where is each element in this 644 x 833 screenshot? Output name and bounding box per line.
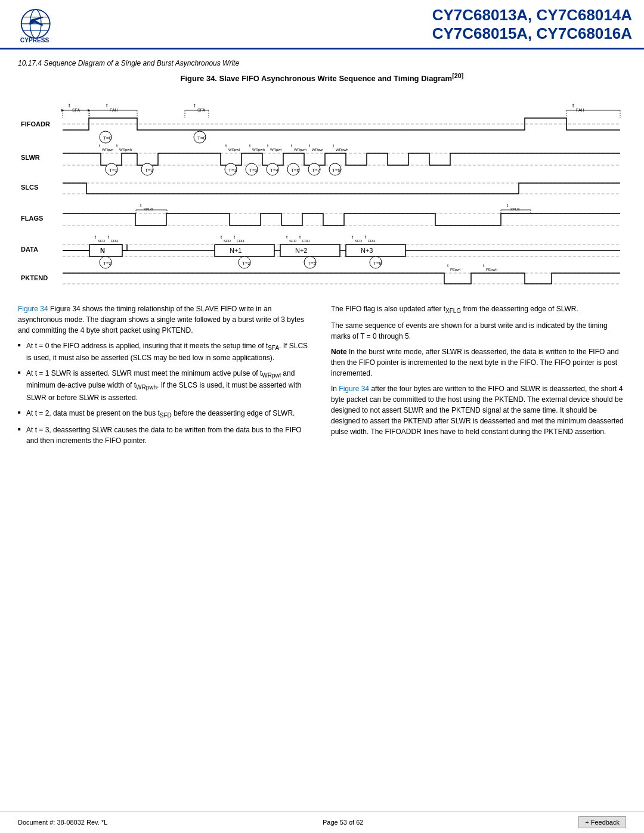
svg-text:SFD: SFD — [224, 239, 231, 243]
svg-text:PEpwh: PEpwh — [486, 268, 497, 271]
svg-text:T=4: T=4 — [270, 168, 279, 173]
svg-text:T=1: T=1 — [109, 168, 118, 173]
svg-text:N+1: N+1 — [230, 247, 242, 254]
svg-text:FDH: FDH — [302, 239, 309, 243]
svg-text:FAH: FAH — [110, 107, 118, 112]
svg-text:T=0: T=0 — [197, 135, 206, 141]
logo-area: CYPRESS P E R F O R M — [12, 8, 89, 46]
svg-text:FDH: FDH — [237, 239, 244, 243]
svg-text:FDH: FDH — [368, 239, 375, 243]
feedback-button[interactable]: + Feedback — [578, 816, 626, 828]
right-para-2: The same sequence of events are shown fo… — [331, 320, 626, 342]
svg-text:SFA: SFA — [197, 107, 206, 112]
timing-diagram: FIFOADR SLWR SLCS FLAGS DATA PKTEND — [18, 89, 626, 294]
svg-text:WRpwh: WRpwh — [336, 148, 348, 151]
cypress-logo: CYPRESS P E R F O R M — [12, 8, 83, 44]
svg-text:WRpwh: WRpwh — [252, 148, 265, 151]
svg-text:N+2: N+2 — [295, 247, 308, 254]
svg-text:SLWR: SLWR — [21, 154, 40, 161]
svg-text:SLCS: SLCS — [21, 184, 38, 191]
header-title-line2: CY7C68015A, CY7C68016A — [89, 24, 632, 43]
header-title-line1: CY7C68013A, CY7C68014A — [89, 6, 632, 24]
doc-number: Document #: 38-08032 Rev. *L — [18, 819, 107, 826]
svg-text:T=9: T=9 — [332, 168, 341, 173]
figure-title: Figure 34. Slave FIFO Asynchronous Write… — [18, 72, 626, 83]
svg-text:SFD: SFD — [289, 239, 297, 243]
figure34-link-intro[interactable]: Figure 34 — [18, 305, 48, 313]
svg-text:WRpwl: WRpwl — [270, 148, 281, 151]
page-number: Page 53 of 62 — [323, 819, 364, 826]
bullet-item-3: At t = 2, data must be present on the bu… — [18, 408, 313, 420]
svg-text:WRpwh: WRpwh — [119, 148, 132, 151]
svg-text:N: N — [100, 247, 105, 254]
bullet-item-1: At t = 0 the FIFO address is applied, in… — [18, 340, 313, 363]
svg-text:SFD: SFD — [355, 239, 363, 243]
bullet-list: At t = 0 the FIFO address is applied, in… — [18, 340, 313, 447]
text-columns: Figure 34 Figure 34 shows the timing rel… — [18, 304, 626, 451]
page-header: CYPRESS P E R F O R M CY7C68013A, CY7C68… — [0, 0, 644, 49]
svg-text:SFA: SFA — [72, 107, 80, 112]
svg-text:XFLG: XFLG — [510, 208, 520, 211]
svg-text:FLAGS: FLAGS — [21, 215, 43, 222]
svg-text:FDH: FDH — [111, 239, 118, 243]
column-left: Figure 34 Figure 34 shows the timing rel… — [18, 304, 313, 451]
svg-text:WRpwl: WRpwl — [312, 148, 323, 151]
svg-text:T=3: T=3 — [145, 168, 154, 173]
svg-text:N+3: N+3 — [361, 247, 373, 254]
svg-text:P E R F O R M: P E R F O R M — [24, 44, 54, 44]
svg-text:DATA: DATA — [21, 246, 38, 253]
svg-text:PEpwl: PEpwl — [450, 268, 460, 271]
svg-text:WRpwl: WRpwl — [228, 148, 240, 151]
svg-text:T=2: T=2 — [103, 261, 112, 266]
svg-text:CYPRESS: CYPRESS — [20, 37, 49, 44]
svg-text:XFLG: XFLG — [144, 208, 153, 211]
feedback-label: + Feedback — [585, 819, 620, 826]
svg-text:T=2: T=2 — [242, 261, 251, 266]
svg-text:T=7: T=7 — [312, 168, 321, 173]
svg-text:SFD: SFD — [98, 239, 106, 243]
svg-text:WRpwh: WRpwh — [294, 148, 306, 151]
column-right: The FIFO flag is also updated after tXFL… — [331, 304, 626, 451]
figure34-link-body[interactable]: Figure 34 — [339, 385, 369, 393]
header-title-area: CY7C68013A, CY7C68014A CY7C68015A, CY7C6… — [89, 6, 632, 48]
right-note: Note In the burst write mode, after SLWR… — [331, 346, 626, 379]
svg-text:FIFOADR: FIFOADR — [21, 120, 50, 128]
bullet-item-4: At t = 3, deasserting SLWR causes the da… — [18, 425, 313, 446]
note-label: Note — [331, 348, 347, 356]
page-footer: Document #: 38-08032 Rev. *L Page 53 of … — [0, 811, 644, 833]
svg-text:T=3: T=3 — [249, 168, 258, 173]
svg-text:T=6: T=6 — [291, 168, 300, 173]
svg-text:T=8: T=8 — [373, 261, 382, 266]
svg-text:T=5: T=5 — [308, 261, 317, 266]
svg-text:FAH: FAH — [576, 107, 584, 112]
right-para-1: The FIFO flag is also updated after tXFL… — [331, 304, 626, 315]
svg-text:PKTEND: PKTEND — [21, 274, 48, 281]
bullet-item-2: At t = 1 SLWR is asserted. SLWR must mee… — [18, 368, 313, 403]
section-heading: 10.17.4 Sequence Diagram of a Single and… — [18, 59, 626, 67]
main-content: 10.17.4 Sequence Diagram of a Single and… — [0, 49, 644, 475]
svg-text:T=0: T=0 — [103, 135, 112, 141]
timing-diagram-svg: FIFOADR SLWR SLCS FLAGS DATA PKTEND — [18, 89, 626, 292]
svg-text:WRpwl: WRpwl — [102, 148, 113, 151]
right-para-3: In Figure 34 after the four bytes are wr… — [331, 383, 626, 437]
svg-text:T=1: T=1 — [228, 168, 237, 173]
intro-paragraph: Figure 34 Figure 34 shows the timing rel… — [18, 304, 313, 336]
